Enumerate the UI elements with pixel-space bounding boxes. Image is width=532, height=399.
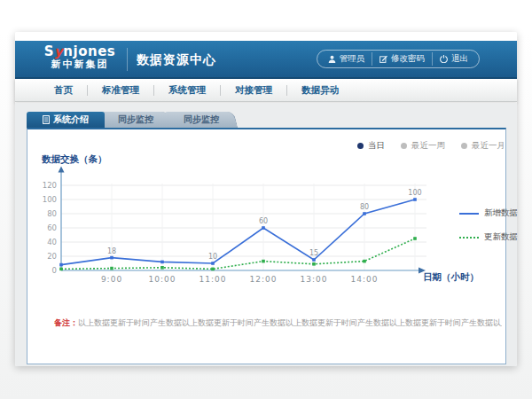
change-password-label: 修改密码 (391, 53, 425, 65)
svg-text:0: 0 (52, 266, 57, 275)
chart-panel: 当日 最近一周 最近一月 数据交换（条） 0204060801001209:00… (27, 128, 506, 364)
logo-company-name: 新中新集团 (40, 59, 120, 71)
svg-text:12:00: 12:00 (250, 275, 278, 284)
filter-last-month-label: 最近一月 (472, 140, 505, 152)
main-navbar: 首页 标准管理 系统管理 对接管理 数据异动 (15, 79, 517, 102)
tab-sync-monitor-2-label: 同步监控 (184, 113, 219, 126)
svg-text:120: 120 (43, 181, 57, 190)
time-range-filters: 当日 最近一周 最近一月 (357, 140, 505, 152)
svg-text:20: 20 (47, 252, 57, 261)
line-chart: 0204060801001209:0010:0011:0012:0013:001… (36, 166, 435, 288)
svg-text:13:00: 13:00 (301, 275, 328, 284)
svg-text:100: 100 (408, 189, 421, 197)
app-window: Synjones 新中新集团 数据资源中心 管理员 修改密码 (15, 32, 517, 366)
svg-text:100: 100 (43, 195, 57, 204)
tab-system-intro-label: 系统介绍 (53, 113, 89, 126)
footnote-prefix: 备注： (54, 318, 78, 327)
tab-sync-monitor-2[interactable]: 同步监控 (165, 112, 238, 128)
logout-button[interactable]: 退出 (432, 52, 475, 66)
logo[interactable]: Synjones 新中新集团 (40, 44, 120, 71)
svg-text:80: 80 (360, 203, 369, 211)
svg-text:9:00: 9:00 (101, 275, 122, 284)
admin-user-label: 管理员 (340, 53, 365, 65)
document-icon (43, 115, 50, 124)
tab-system-intro[interactable]: 系统介绍 (27, 112, 105, 128)
nav-item-interface-mgmt[interactable]: 对接管理 (221, 84, 286, 97)
footnote-text: 以上数据更新于时间产生数据以上数据更新于时间产生数据以上数据更新于时间产生数据以… (78, 318, 502, 327)
admin-user-button[interactable]: 管理员 (321, 52, 372, 66)
svg-text:80: 80 (47, 209, 57, 218)
radio-selected-icon (357, 143, 364, 149)
user-icon (328, 55, 336, 63)
logo-accent-letter: y (54, 43, 63, 59)
legend-updated-data[interactable]: 更新数据 (459, 231, 518, 243)
series-legend: 新增数据 更新数据 (459, 207, 518, 243)
app-header: Synjones 新中新集团 数据资源中心 管理员 修改密码 (15, 41, 517, 79)
filter-last-week-label: 最近一周 (411, 140, 445, 152)
svg-text:60: 60 (47, 223, 57, 232)
svg-text:15: 15 (309, 249, 318, 257)
line-chart-svg: 0204060801001209:0010:0011:0012:0013:001… (36, 166, 435, 288)
svg-text:14:00: 14:00 (351, 275, 379, 284)
svg-text:60: 60 (259, 217, 268, 225)
solid-line-icon (459, 213, 479, 215)
nav-item-home[interactable]: 首页 (40, 84, 87, 97)
nav-item-standard-mgmt[interactable]: 标准管理 (88, 84, 153, 97)
radio-icon (401, 143, 407, 149)
logout-label: 退出 (451, 53, 468, 65)
legend-new-data-label: 新增数据 (484, 207, 518, 219)
change-password-button[interactable]: 修改密码 (372, 52, 432, 66)
svg-text:11:00: 11:00 (200, 275, 227, 284)
filter-last-week[interactable]: 最近一周 (401, 140, 445, 152)
page-title: 数据资源中心 (137, 52, 216, 68)
svg-text:40: 40 (47, 238, 57, 246)
legend-updated-data-label: 更新数据 (484, 231, 518, 243)
nav-item-system-mgmt[interactable]: 系统管理 (154, 84, 220, 97)
logo-brand: Synjones (40, 44, 120, 59)
window-titlebar (15, 32, 517, 41)
content-area: 系统介绍 同步监控 同步监控 当日 最近一周 (15, 103, 517, 366)
svg-text:10:00: 10:00 (149, 275, 176, 284)
svg-text:10: 10 (208, 253, 217, 261)
footnote: 备注：以上数据更新于时间产生数据以上数据更新于时间产生数据以上数据更新于时间产生… (54, 317, 502, 329)
header-divider (127, 48, 128, 71)
legend-new-data[interactable]: 新增数据 (459, 207, 518, 219)
y-axis-label: 数据交换（条） (42, 153, 107, 166)
page-background: Synjones 新中新集团 数据资源中心 管理员 修改密码 (0, 0, 532, 399)
user-actions-group: 管理员 修改密码 退出 (317, 50, 481, 68)
dotted-line-icon (459, 237, 479, 239)
edit-icon (379, 55, 387, 63)
svg-text:18: 18 (107, 247, 116, 255)
power-icon (440, 55, 448, 63)
filter-today-label: 当日 (368, 140, 385, 152)
tab-sync-monitor-1[interactable]: 同步监控 (99, 112, 172, 128)
filter-today[interactable]: 当日 (357, 140, 385, 152)
x-axis-label: 日期（小时） (423, 271, 479, 284)
tab-sync-monitor-1-label: 同步监控 (118, 113, 153, 126)
tab-bar: 系统介绍 同步监控 同步监控 (27, 112, 236, 128)
filter-last-month[interactable]: 最近一月 (461, 140, 505, 152)
radio-icon (461, 143, 467, 149)
nav-item-data-change[interactable]: 数据异动 (287, 84, 353, 97)
